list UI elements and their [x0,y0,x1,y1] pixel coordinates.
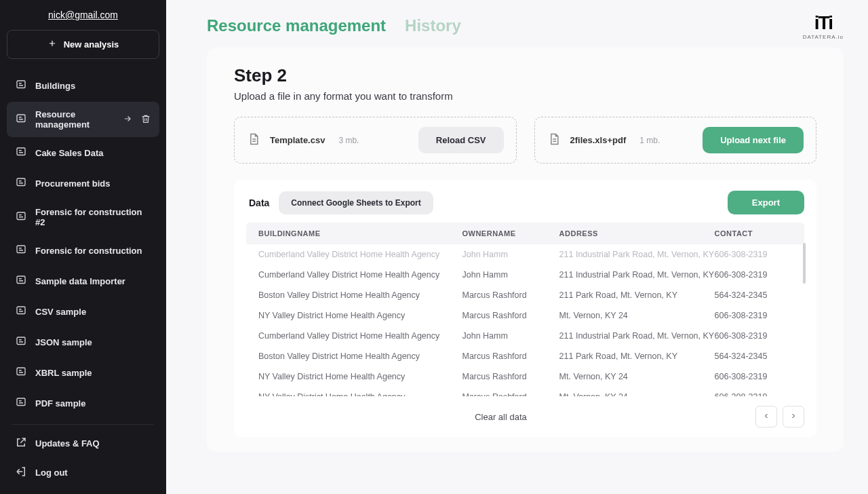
table-row[interactable]: NY Valley District Home Health AgencyMar… [246,366,804,387]
table-row[interactable]: Cumberland Valley District Home Health A… [246,265,804,285]
svg-rect-5 [17,246,25,253]
cell-o: John Hamm [462,250,559,259]
cell-c: 606-308-2319 [715,372,792,381]
cell-b: Cumberland Valley District Home Health A… [258,250,462,259]
updates-label: Updates & FAQ [35,438,100,449]
document-icon [15,396,27,411]
upload-card-next: 2files.xls+pdf 1 mb. Upload next file [534,117,817,164]
trash-icon[interactable] [140,113,151,126]
col-header-contact: CONTACT [715,229,792,238]
sidebar-item-pdf-sample[interactable]: PDF sample [7,389,159,418]
col-header-buildingname: BUILDINGNAME [258,229,462,238]
connect-google-sheets-button[interactable]: Connect Google Sheets to Export [279,191,433,214]
new-analysis-label: New analysis [64,39,119,50]
table-header-row: BUILDINGNAME OWNERNAME ADDRESS CONTACT [246,223,804,244]
svg-rect-7 [17,307,25,314]
pager-prev-button[interactable] [755,406,777,428]
cell-o: Marcus Rashford [462,311,559,320]
cell-b: NY Valley District Home Health Agency [258,392,462,396]
sidebar-item-forensic-2[interactable]: Forensic for construction #2 [7,200,159,235]
tab-history[interactable]: History [405,16,461,35]
table-row[interactable]: NY Valley District Home Health AgencyMar… [246,387,804,396]
cell-a: Mt. Vernon, KY 24 [559,392,715,396]
plus-icon [47,39,57,50]
file-name: Template.csv [270,135,325,145]
sidebar-item-sample-importer[interactable]: Sample data Importer [7,267,159,296]
cell-o: John Hamm [462,270,559,280]
svg-rect-0 [17,81,25,88]
scrollbar[interactable] [803,243,806,284]
sidebar-item-label: PDF sample [35,398,85,408]
sidebar-nav: Buildings Resource management Cake Sales… [7,71,159,420]
cell-o: Marcus Rashford [462,372,559,381]
sidebar-item-label: Forensic for construction [35,246,142,256]
sidebar-item-label: Procurement bids [35,178,111,189]
sidebar-item-buildings[interactable]: Buildings [7,71,159,100]
export-button[interactable]: Export [728,191,804,214]
data-section-label: Data [249,197,269,208]
table-row[interactable]: Cumberland Valley District Home Health A… [246,326,804,346]
cell-a: Mt. Vernon, KY 24 [559,311,715,320]
document-icon [15,210,27,225]
cell-b: Boston Valley District Home Health Agenc… [258,290,462,300]
cell-o: Marcus Rashford [462,352,559,361]
sidebar-item-csv-sample[interactable]: CSV sample [7,297,159,326]
table-row[interactable]: Boston Valley District Home Health Agenc… [246,346,804,366]
table-row[interactable]: NY Valley District Home Health AgencyMar… [246,305,804,326]
cell-b: Cumberland Valley District Home Health A… [258,331,462,341]
svg-rect-2 [17,148,25,155]
cell-a: Mt. Vernon, KY 24 [559,372,715,381]
file-size: 1 mb. [639,136,660,145]
table-row[interactable]: Boston Valley District Home Health Agenc… [246,285,804,305]
sidebar-item-label: CSV sample [35,307,86,317]
cell-c: 564-324-2345 [715,290,792,300]
svg-rect-4 [17,212,25,220]
chevron-right-icon [789,411,797,423]
sidebar-item-label: Forensic for construction #2 [35,207,151,227]
cell-c: 606-308-2319 [715,250,792,259]
sidebar-item-label: JSON sample [35,337,92,347]
user-email[interactable]: nick@gmail.com [7,10,159,20]
logout-label: Log out [35,468,68,478]
file-icon [247,132,260,149]
cell-b: NY Valley District Home Health Agency [258,372,462,381]
sidebar-item-cake-sales[interactable]: Cake Sales Data [7,138,159,168]
sidebar-item-resource-management[interactable]: Resource management [7,102,159,137]
arrow-right-icon [123,114,132,126]
cell-a: 211 Industrial Park Road, Mt. Vernon, KY [559,250,715,259]
updates-faq-link[interactable]: Updates & FAQ [7,429,159,458]
table-row[interactable]: Cumberland Valley District Home Health A… [246,244,804,265]
brand-logo: iTi DATATERA.io [803,12,844,40]
cell-c: 606-308-2319 [715,270,792,280]
sidebar-item-label: Cake Sales Data [35,148,103,158]
sidebar-item-label: XBRL sample [35,368,92,378]
tab-resource-management[interactable]: Resource management [207,16,386,35]
svg-rect-10 [17,398,25,406]
cell-b: NY Valley District Home Health Agency [258,311,462,320]
cell-o: Marcus Rashford [462,290,559,300]
table-body[interactable]: Cumberland Valley District Home Health A… [246,244,804,396]
pager-next-button[interactable] [783,406,804,428]
document-icon [15,244,27,258]
logo-mark: iTi [803,12,844,34]
upload-next-file-button[interactable]: Upload next file [703,127,804,153]
new-analysis-button[interactable]: New analysis [7,30,159,59]
file-name: 2files.xls+pdf [570,135,627,145]
document-icon [15,146,27,160]
cell-c: 606-308-2319 [715,311,792,320]
clear-all-data-link[interactable]: Clear all data [475,412,527,422]
all-history-link[interactable]: All History [7,419,159,420]
logout-link[interactable]: Log out [7,458,159,487]
col-header-address: ADDRESS [559,229,715,238]
document-icon [15,305,27,319]
sidebar-item-label: Sample data Importer [35,276,125,286]
sidebar-item-procurement[interactable]: Procurement bids [7,169,159,198]
sidebar-item-xbrl-sample[interactable]: XBRL sample [7,358,159,387]
cell-c: 606-308-2319 [715,392,792,396]
sidebar-item-json-sample[interactable]: JSON sample [7,328,159,357]
reload-csv-button[interactable]: Reload CSV [418,127,504,153]
cell-c: 606-308-2319 [715,331,792,341]
document-icon [15,113,27,127]
sidebar-item-forensic[interactable]: Forensic for construction [7,236,159,265]
file-icon [547,132,561,149]
